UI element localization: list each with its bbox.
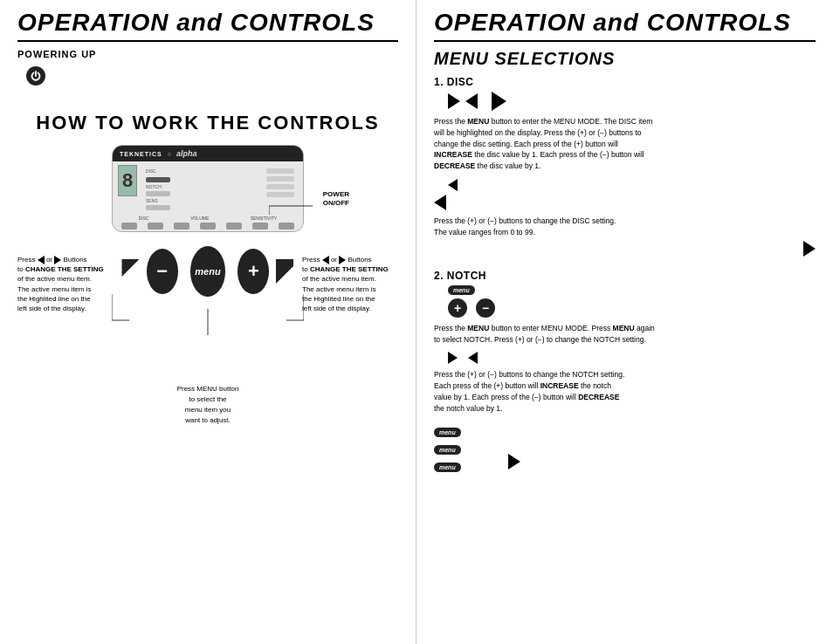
corner-arrow-tr bbox=[276, 259, 293, 284]
disc-plus-arrow bbox=[448, 93, 460, 109]
device-illustration: TEKNETICS ○ alpha 8 DISC NOTCH SENS bbox=[112, 145, 304, 232]
disc-back-icon bbox=[434, 195, 446, 210]
svg-marker-2 bbox=[122, 259, 140, 284]
alpha-label: alpha bbox=[176, 149, 197, 158]
power-label: POWER ON/OFF bbox=[323, 190, 349, 209]
disc-plus-large-arrow bbox=[492, 92, 506, 111]
left-panel: OPERATION and CONTROLS POWERING UP HOW T… bbox=[0, 0, 416, 644]
left-arrow-line bbox=[112, 294, 147, 329]
menu-pill-4: menu bbox=[434, 462, 461, 472]
menu-pill-1: menu bbox=[448, 285, 475, 295]
notch-final-arrow bbox=[508, 454, 520, 469]
digit-display: 8 bbox=[118, 165, 137, 196]
notch-fwd-sm bbox=[448, 352, 458, 364]
notch-minus-btn: − bbox=[476, 298, 495, 318]
menu-button[interactable]: menu bbox=[190, 246, 225, 297]
svg-marker-3 bbox=[276, 259, 293, 284]
disc-section-title: 1. DISC bbox=[434, 76, 816, 88]
right-panel: OPERATION and CONTROLS MENU SELECTIONS 1… bbox=[416, 0, 833, 644]
powering-up-label: POWERING UP bbox=[17, 49, 398, 59]
right-arrow-line bbox=[269, 294, 304, 329]
power-line bbox=[269, 197, 321, 215]
how-to-title: HOW TO WORK THE CONTROLS bbox=[17, 112, 398, 134]
disc-minus-arrow bbox=[465, 93, 478, 109]
menu-arrow-line bbox=[199, 309, 217, 335]
bottom-annotation: Press MENU button to select the menu ite… bbox=[17, 384, 398, 426]
disc-right-far-arrow bbox=[803, 241, 816, 257]
brand-label: TEKNETICS bbox=[120, 151, 162, 157]
left-title: OPERATION and CONTROLS bbox=[17, 9, 398, 42]
right-title: OPERATION and CONTROLS bbox=[434, 9, 816, 42]
menu-selections-title: MENU SELECTIONS bbox=[434, 49, 816, 69]
disc-back-sm bbox=[448, 179, 458, 191]
notch-plus-btn: + bbox=[448, 298, 467, 318]
notch-back-sm bbox=[468, 352, 478, 364]
notch-section-title: 2. NOTCH bbox=[434, 270, 816, 282]
corner-arrow-tl bbox=[122, 259, 140, 284]
disc-content: Press the MENU button to enter the MENU … bbox=[434, 92, 816, 261]
power-icon bbox=[26, 66, 45, 86]
minus-button[interactable]: − bbox=[147, 249, 178, 294]
menu-pill-3: menu bbox=[434, 445, 461, 455]
menu-pill-2: menu bbox=[434, 428, 461, 437]
right-annotation: Press or Buttons to CHANGE THE SETTING o… bbox=[302, 255, 398, 313]
left-annotation: Press or Buttons to CHANGE THE SETTING o… bbox=[17, 255, 114, 313]
notch-content: menu + − Press the MENU button to enter … bbox=[434, 285, 816, 474]
plus-button[interactable]: + bbox=[238, 249, 269, 294]
